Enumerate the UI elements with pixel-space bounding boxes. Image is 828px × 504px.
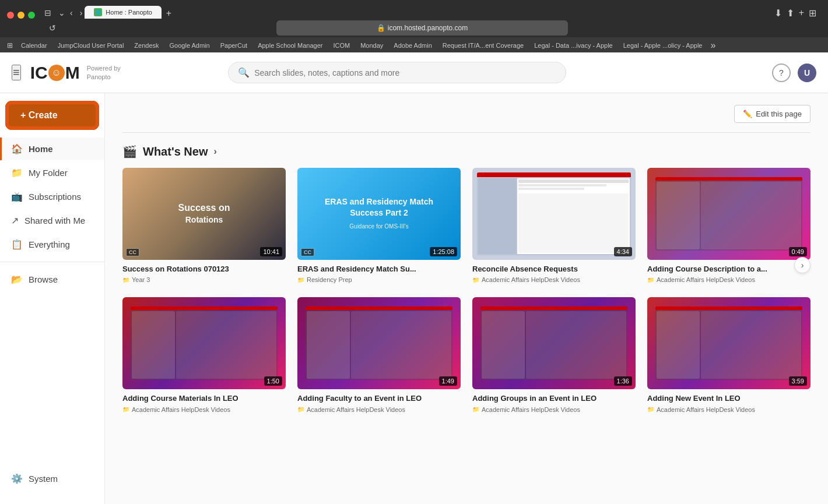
sidebar-bottom: ⚙️ System <box>0 463 104 495</box>
section-title-text: What's New <box>143 145 208 158</box>
browse-icon: 📂 <box>11 274 23 285</box>
video-duration: 10:41 <box>260 247 282 256</box>
video-duration: 1:49 <box>439 376 457 386</box>
sidebar-item-my-folder[interactable]: 📁 My Folder <box>0 161 104 184</box>
maximize-button[interactable] <box>28 12 35 19</box>
video-grid-row1: Success on Rotations CC 10:41 Success on… <box>122 168 811 283</box>
sidebar: + Create 🏠 Home 📁 My Folder 📺 Subscripti… <box>0 93 105 504</box>
video-title: Adding Course Materials In LEO <box>122 394 286 404</box>
video-folder: 📁 Academic Affairs HelpDesk Videos <box>472 406 636 413</box>
folder-icon: 📁 <box>647 277 654 283</box>
video-folder: 📁 Academic Affairs HelpDesk Videos <box>647 406 811 413</box>
bookmark-papercut[interactable]: PaperCut <box>216 41 252 50</box>
sidebar-divider <box>0 262 104 262</box>
whats-new-section: 🎬 What's New › Success on Rotations CC <box>122 144 811 413</box>
sidebar-label-system: System <box>29 474 58 484</box>
folder-name: Academic Affairs HelpDesk Videos <box>307 406 405 413</box>
section-title-icon: 🎬 <box>122 144 137 158</box>
video-thumbnail: 0:49 <box>647 168 811 260</box>
hamburger-menu[interactable]: ≡ <box>12 65 21 80</box>
bookmark-request-it[interactable]: Request IT/A...ent Coverage <box>438 41 528 50</box>
address-bar[interactable]: 🔒 icom.hosted.panopto.com <box>276 20 568 36</box>
video-card[interactable]: Success on Rotations CC 10:41 Success on… <box>122 168 286 283</box>
video-card[interactable]: 0:49 Adding Course Description to a... 📁… <box>647 168 811 283</box>
close-button[interactable] <box>7 12 14 19</box>
video-duration: 1:25:08 <box>430 247 457 256</box>
video-duration: 0:49 <box>789 247 807 256</box>
cc-badge: CC <box>126 248 139 256</box>
active-tab[interactable]: 🌐 Home : Panopto <box>85 6 162 19</box>
video-thumbnail: 1:50 <box>122 297 286 389</box>
sidebar-item-browse[interactable]: 📂 Browse <box>0 268 104 291</box>
bookmark-legal-1[interactable]: Legal - Data ...ivacy - Apple <box>529 41 618 50</box>
bookmark-jumpcloud[interactable]: JumpCloud User Portal <box>53 41 129 50</box>
video-duration: 4:34 <box>614 247 632 256</box>
add-tab-icon: + <box>799 8 804 19</box>
video-card[interactable]: 4:34 Reconcile Absence Requests 📁 Academ… <box>472 168 636 283</box>
sidebar-label-shared: Shared with Me <box>24 216 85 225</box>
sidebar-item-system[interactable]: ⚙️ System <box>0 467 104 490</box>
subscriptions-icon: 📺 <box>11 191 23 202</box>
scroll-right-arrow[interactable]: › <box>794 257 811 273</box>
powered-by-text: Powered byPanopto <box>87 64 121 81</box>
chevron-down-icon[interactable]: ⌄ <box>56 7 68 19</box>
folder-icon: 📁 <box>297 277 304 283</box>
bookmark-apple-school[interactable]: Apple School Manager <box>253 41 327 50</box>
video-card[interactable]: ERAS and Residency Match Success Part 2 … <box>297 168 461 283</box>
reload-button[interactable]: ↺ <box>47 22 58 34</box>
section-title: 🎬 What's New › <box>122 144 811 158</box>
search-input[interactable] <box>254 68 556 77</box>
video-card[interactable]: 1:50 Adding Course Materials In LEO 📁 Ac… <box>122 297 286 413</box>
section-expand-arrow[interactable]: › <box>213 146 216 157</box>
content-area: ✏️ Edit this page 🎬 What's New › <box>105 93 828 504</box>
user-avatar[interactable]: U <box>798 64 816 82</box>
bookmark-adobe-admin[interactable]: Adobe Admin <box>389 41 436 50</box>
folder-icon: 📁 <box>647 406 654 413</box>
minimize-button[interactable] <box>17 12 24 19</box>
sidebar-item-everything[interactable]: 📋 Everything <box>0 233 104 256</box>
video-card[interactable]: 1:36 Adding Groups in an Event in LEO 📁 … <box>472 297 636 413</box>
share-icon: ⬆ <box>787 8 794 19</box>
folder-name: Academic Affairs HelpDesk Videos <box>482 406 580 413</box>
bookmark-icom[interactable]: ICOM <box>328 41 355 50</box>
video-title: Adding Faculty to an Event in LEO <box>297 394 461 404</box>
header-actions: ? U <box>772 64 816 82</box>
bookmark-google-admin[interactable]: Google Admin <box>165 41 215 50</box>
back-button[interactable]: ‹ <box>68 7 75 19</box>
video-folder: 📁 Academic Affairs HelpDesk Videos <box>472 276 636 283</box>
video-duration: 1:50 <box>264 376 282 386</box>
forward-button[interactable]: › <box>78 7 85 19</box>
sidebar-item-subscriptions[interactable]: 📺 Subscriptions <box>0 185 104 208</box>
folder-name: Academic Affairs HelpDesk Videos <box>132 406 230 413</box>
video-thumbnail: Success on Rotations CC 10:41 <box>122 168 286 260</box>
download-icon: ⬇ <box>774 8 782 19</box>
folder-name: Academic Affairs HelpDesk Videos <box>482 276 580 283</box>
bookmark-zendesk[interactable]: Zendesk <box>129 41 163 50</box>
video-folder: 📁 Academic Affairs HelpDesk Videos <box>122 406 286 413</box>
bookmark-legal-2[interactable]: Legal - Apple ...olicy - Apple <box>619 41 707 50</box>
help-button[interactable]: ? <box>772 64 791 82</box>
folder-name: Academic Affairs HelpDesk Videos <box>657 276 755 283</box>
search-bar[interactable]: 🔍 <box>228 62 566 83</box>
sidebar-item-shared-with-me[interactable]: ↗ Shared with Me <box>0 209 104 232</box>
folder-name: Year 3 <box>132 276 150 283</box>
lock-icon: 🔒 <box>377 24 385 32</box>
video-card[interactable]: 3:59 Adding New Event In LEO 📁 Academic … <box>647 297 811 413</box>
bookmark-monday[interactable]: Monday <box>356 41 388 50</box>
create-button[interactable]: + Create <box>7 103 97 128</box>
folder-name: Residency Prep <box>307 276 352 283</box>
video-title: Adding Course Description to a... <box>647 265 811 274</box>
traffic-lights <box>7 12 35 19</box>
main-area: + Create 🏠 Home 📁 My Folder 📺 Subscripti… <box>0 93 828 504</box>
section-divider <box>122 132 811 133</box>
new-tab-button[interactable]: + <box>166 8 171 19</box>
video-card[interactable]: 1:49 Adding Faculty to an Event in LEO 📁… <box>297 297 461 413</box>
sidebar-toggle[interactable]: ⊟ <box>42 7 54 19</box>
sidebar-item-home[interactable]: 🏠 Home <box>0 138 104 160</box>
video-folder: 📁 Academic Affairs HelpDesk Videos <box>647 276 811 283</box>
app-header: ≡ IC ☺ M Powered byPanopto 🔍 ? U <box>0 52 828 93</box>
tab-bar: ⊟ ⌄ ‹ › 🌐 Home : Panopto + ⬇ ⬆ + ⊞ <box>0 0 828 19</box>
bookmark-calendar[interactable]: Calendar <box>16 41 52 50</box>
edit-page-button[interactable]: ✏️ Edit this page <box>734 105 811 123</box>
bookmarks-more[interactable]: » <box>710 40 715 51</box>
